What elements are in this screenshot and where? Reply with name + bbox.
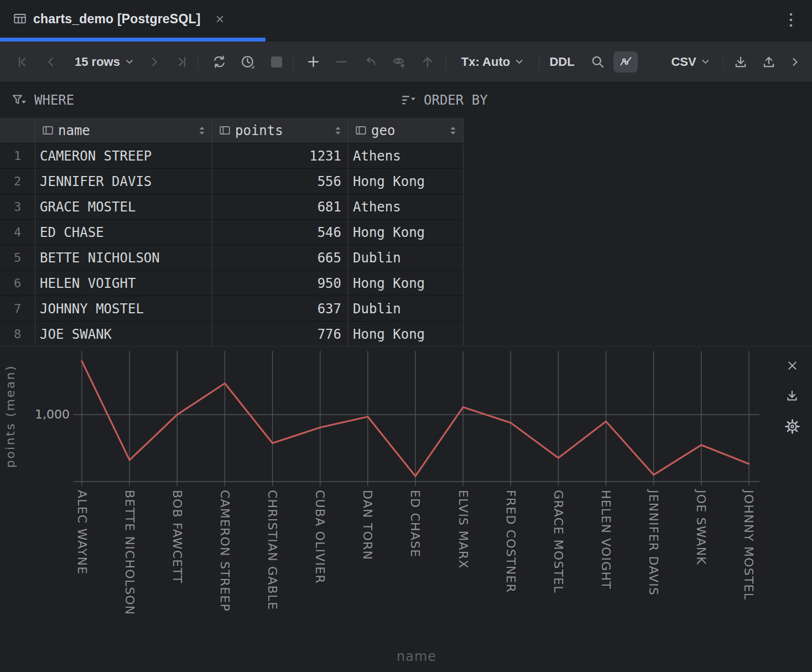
export-format-dropdown[interactable]: CSV — [668, 50, 712, 74]
x-tick-label: CAMERON STREEP — [218, 490, 232, 612]
chart-view-button[interactable] — [613, 51, 638, 73]
cell-points[interactable]: 665 — [212, 245, 348, 271]
tab-charts-demo[interactable]: charts_demo [PostgreSQL] — [13, 0, 225, 38]
cell-geo[interactable]: Dublin — [348, 245, 464, 271]
row-number[interactable]: 8 — [0, 322, 35, 346]
cell-points[interactable]: 637 — [212, 296, 348, 322]
first-page-button[interactable] — [11, 50, 33, 74]
settings-gear-icon[interactable] — [784, 418, 800, 434]
tab-bar: charts_demo [PostgreSQL] — [0, 0, 812, 42]
ddl-button[interactable]: DDL — [546, 50, 577, 74]
row-number[interactable]: 6 — [0, 271, 35, 296]
sort-arrows-icon[interactable] — [197, 126, 206, 136]
column-header-name[interactable]: name — [35, 118, 212, 143]
cell-points[interactable]: 1231 — [212, 143, 348, 169]
row-number[interactable]: 2 — [0, 169, 35, 194]
cell-name[interactable]: HELEN VOIGHT — [35, 271, 212, 296]
toolbar-overflow-chevron-icon[interactable] — [784, 50, 806, 74]
download-icon[interactable] — [784, 388, 800, 404]
delete-row-button[interactable] — [330, 50, 352, 74]
cell-points[interactable]: 776 — [212, 322, 348, 346]
toolbar-divider — [723, 54, 724, 70]
cell-name[interactable]: JOE SWANK — [35, 322, 212, 346]
toolbar-divider — [446, 54, 446, 70]
cell-points[interactable]: 950 — [212, 271, 348, 296]
add-row-button[interactable] — [302, 50, 324, 74]
where-label: WHERE — [34, 92, 74, 108]
preview-changes-icon[interactable] — [388, 50, 410, 74]
sort-arrows-icon[interactable] — [334, 126, 342, 136]
stop-button[interactable] — [266, 50, 288, 74]
submit-icon[interactable] — [417, 50, 439, 74]
close-icon[interactable] — [215, 14, 225, 24]
order-by-label: ORDER BY — [424, 92, 488, 108]
page-size-label: 15 rows — [75, 55, 120, 69]
prev-page-button[interactable] — [40, 50, 62, 74]
column-icon — [220, 126, 230, 135]
x-tick-label: JOHNNY MOSTEL — [742, 489, 756, 600]
cell-points[interactable]: 546 — [212, 220, 348, 245]
column-label: name — [58, 123, 90, 138]
toolbar: 15 rows — [0, 42, 812, 82]
cell-geo[interactable]: Hong Kong — [348, 271, 464, 296]
cell-name[interactable]: CAMERON STREEP — [35, 143, 212, 169]
table-row: 7 JOHNNY MOSTEL 637 Dublin — [0, 296, 464, 322]
cell-name[interactable]: GRACE MOSTEL — [35, 194, 212, 220]
x-tick-label: JENNIFER DAVIS — [647, 489, 660, 596]
cell-geo[interactable]: Athens — [348, 143, 464, 169]
refresh-button[interactable] — [208, 50, 230, 74]
x-tick-label: CHRISTIAN GABLE — [266, 490, 279, 610]
close-icon[interactable] — [784, 358, 800, 373]
cell-name[interactable]: JOHNNY MOSTEL — [35, 296, 212, 322]
cell-geo[interactable]: Hong Kong — [348, 220, 464, 245]
row-number[interactable]: 4 — [0, 220, 35, 245]
x-axis-title: name — [397, 649, 436, 664]
cell-name[interactable]: ED CHASE — [35, 220, 212, 245]
table-grid-icon — [13, 12, 27, 25]
table-row: 1 CAMERON STREEP 1231 Athens — [0, 143, 464, 169]
cell-name[interactable]: JENNIFER DAVIS — [35, 169, 212, 194]
column-header-points[interactable]: points — [212, 118, 348, 143]
download-icon[interactable] — [730, 50, 752, 74]
cell-geo[interactable]: Hong Kong — [348, 169, 464, 194]
row-number[interactable]: 3 — [0, 194, 35, 220]
page-size-dropdown[interactable]: 15 rows — [71, 50, 137, 74]
ddl-label: DDL — [549, 55, 574, 69]
grid-corner-cell[interactable] — [0, 118, 35, 143]
column-header-geo[interactable]: geo — [348, 118, 464, 143]
table-row: 8 JOE SWANK 776 Hong Kong — [0, 322, 464, 346]
undo-icon[interactable] — [360, 50, 382, 74]
cell-name[interactable]: BETTE NICHOLSON — [35, 245, 212, 271]
row-number[interactable]: 7 — [0, 296, 35, 322]
table-row: 2 JENNIFER DAVIS 556 Hong Kong — [0, 169, 464, 194]
cell-geo[interactable]: Athens — [348, 194, 464, 220]
cell-points[interactable]: 556 — [212, 169, 348, 194]
search-icon[interactable] — [586, 50, 608, 74]
x-tick-label: GRACE MOSTEL — [551, 490, 565, 593]
kebab-menu-icon[interactable] — [784, 12, 798, 28]
last-page-button[interactable] — [171, 50, 193, 74]
row-number[interactable]: 1 — [0, 143, 35, 169]
tx-mode-dropdown[interactable]: Tx: Auto — [458, 50, 527, 74]
schedule-icon[interactable] — [237, 50, 259, 74]
cell-geo[interactable]: Dublin — [348, 296, 464, 322]
cell-geo[interactable]: Hong Kong — [348, 322, 464, 346]
export-format-label: CSV — [671, 55, 696, 69]
x-tick-label: ELVIS MARX — [456, 490, 470, 569]
where-filter-field[interactable]: WHERE — [12, 82, 74, 118]
upload-icon[interactable] — [758, 50, 780, 74]
column-icon — [356, 126, 366, 135]
next-page-button[interactable] — [143, 50, 165, 74]
x-tick-label: BETTE NICHOLSON — [123, 490, 137, 616]
filter-funnel-icon — [12, 94, 27, 107]
order-by-field[interactable]: ORDER BY — [402, 82, 488, 118]
filter-bar: WHERE ORDER BY — [0, 82, 812, 118]
row-number[interactable]: 5 — [0, 245, 35, 271]
toolbar-divider — [293, 54, 294, 70]
app-window: charts_demo [PostgreSQL] 15 rows — [0, 0, 812, 672]
cell-points[interactable]: 681 — [212, 194, 348, 220]
sort-arrows-icon[interactable] — [449, 126, 457, 136]
y-tick-label: 1,000 — [35, 407, 70, 421]
column-label: geo — [371, 123, 395, 138]
x-tick-label: ALEC WAYNE — [75, 490, 89, 575]
